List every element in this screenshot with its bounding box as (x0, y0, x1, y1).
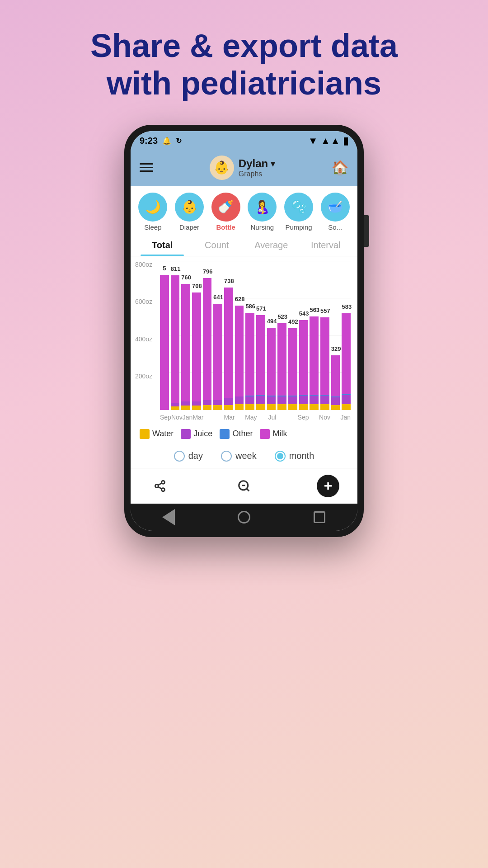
radio-month-label: month (289, 451, 314, 461)
bar-label-2: 760 (181, 274, 190, 281)
y-axis: 800oz 600oz 400oz 200oz (135, 261, 155, 410)
tab-total[interactable]: Total (135, 235, 190, 256)
bar-label-11: 523 (277, 313, 286, 320)
home-nav-button[interactable] (235, 508, 253, 526)
recents-button[interactable] (310, 508, 328, 526)
bar-stack-15: 557 (320, 317, 329, 410)
bar-label-17: 583 (342, 303, 351, 310)
legend-color-juice (181, 429, 191, 439)
radio-day[interactable]: day (174, 451, 203, 462)
y-label-200: 200oz (135, 373, 152, 380)
tab-count[interactable]: Count (190, 235, 244, 256)
category-diaper[interactable]: 👶 Diaper (172, 191, 207, 233)
radio-month-inner (277, 453, 283, 459)
phone-screen: 9:23 🔔 ↻ ▼ ▲▲ ▮ 👶 Dylan (131, 131, 357, 531)
top-nav: 👶 Dylan ▾ Graphs 🏠 (131, 151, 357, 186)
bar-seg-juice-12 (288, 396, 297, 404)
hamburger-button[interactable] (140, 163, 153, 172)
bar-stack-4: 796 (203, 278, 212, 410)
diaper-icon-circle: 👶 (175, 193, 204, 222)
pumping-icon-circle: 🫧 (284, 193, 313, 222)
bar-seg-milk-7 (235, 306, 244, 396)
bar-stack-2: 760 (181, 284, 190, 410)
profile-sub: Graphs (239, 170, 275, 178)
dropdown-arrow-icon: ▾ (271, 158, 275, 169)
x-label-13: Sep (298, 414, 309, 421)
bar-seg-water-12 (288, 404, 297, 410)
zoom-out-button[interactable] (233, 475, 255, 497)
svg-line-6 (247, 488, 249, 491)
share-button[interactable] (149, 475, 171, 497)
bar-seg-juice-3 (192, 401, 201, 406)
headline: Share & export data with pediatricians (54, 0, 434, 125)
chart-area: 800oz 600oz 400oz 200oz 5811760708796641 (131, 256, 357, 424)
avatar: 👶 (210, 156, 234, 180)
headline-line1: Share & export data (90, 28, 398, 64)
profile-info: Dylan ▾ Graphs (239, 157, 275, 178)
category-nursing[interactable]: 🤱 Nursing (244, 191, 280, 233)
bar-label-8: 586 (245, 303, 254, 310)
legend-label-other: Other (232, 429, 253, 439)
add-button[interactable]: + (317, 475, 339, 497)
radio-day-circle (174, 451, 185, 462)
x-label-15: Nov (319, 414, 330, 421)
radio-week-circle (221, 451, 232, 462)
battery-icon: ▮ (343, 135, 348, 147)
bar-seg-juice-16 (331, 397, 340, 405)
profile-section[interactable]: 👶 Dylan ▾ Graphs (210, 156, 275, 180)
bar-stack-8: 586 (245, 313, 254, 410)
tab-interval[interactable]: Interval (299, 235, 353, 256)
radio-week[interactable]: week (221, 451, 257, 462)
bar-group-16: 329 (331, 261, 340, 410)
x-label-3: Mar (192, 414, 203, 421)
bar-seg-juice-14 (310, 396, 319, 404)
bar-seg-juice-15 (320, 396, 329, 404)
category-pumping[interactable]: 🫧 Pumping (281, 191, 317, 233)
bar-seg-water-3 (192, 406, 201, 410)
bar-label-9: 571 (256, 305, 265, 312)
y-label-600: 600oz (135, 298, 152, 305)
x-label-10: Jul (267, 414, 277, 421)
bar-group-8: 586 (245, 261, 254, 410)
bar-label-10: 494 (267, 318, 276, 325)
bar-group-12: 492 (288, 261, 297, 410)
notification-icon: 🔔 (162, 137, 171, 145)
bar-seg-juice-10 (267, 396, 276, 404)
bar-stack-3: 708 (192, 292, 201, 410)
bar-group-5: 641 (213, 261, 222, 410)
legend-other: Other (220, 429, 253, 439)
bar-seg-milk-10 (267, 328, 276, 396)
back-button[interactable] (160, 508, 178, 526)
bottle-icon-circle: 🍼 (211, 193, 240, 222)
bar-seg-milk-5 (213, 304, 222, 400)
status-right: ▼ ▲▲ ▮ (308, 135, 348, 147)
solid-label: So... (328, 223, 342, 231)
category-bottle[interactable]: 🍼 Bottle (208, 191, 244, 233)
back-icon (162, 509, 175, 525)
bar-stack-12: 492 (288, 328, 297, 410)
category-sleep[interactable]: 🌙 Sleep (135, 191, 171, 233)
bar-label-1: 811 (171, 265, 180, 272)
time-selector: day week month (131, 444, 357, 468)
legend-label-water: Water (152, 429, 174, 439)
bar-seg-water-10 (267, 404, 276, 410)
headline-line2: with pediatricians (107, 65, 381, 101)
category-solid[interactable]: 🥣 So... (317, 191, 353, 233)
bar-stack-7: 628 (235, 306, 244, 410)
bar-label-6: 738 (224, 278, 233, 284)
tab-average[interactable]: Average (244, 235, 299, 256)
bar-seg-milk-0 (160, 275, 169, 410)
bar-seg-milk-2 (181, 284, 190, 401)
bottom-toolbar: + (131, 468, 357, 504)
bar-stack-10: 494 (267, 328, 276, 410)
bar-seg-milk-14 (310, 316, 319, 395)
phone-bottom-nav (131, 504, 357, 531)
bar-seg-water-8 (245, 404, 254, 410)
bar-stack-6: 738 (224, 288, 233, 410)
legend-color-water (140, 429, 150, 439)
radio-month[interactable]: month (275, 451, 314, 462)
bar-label-0: 5 (160, 265, 169, 272)
x-label-2: Jan (183, 414, 193, 421)
home-button[interactable]: 🏠 (332, 160, 348, 175)
radio-month-circle (275, 451, 286, 462)
